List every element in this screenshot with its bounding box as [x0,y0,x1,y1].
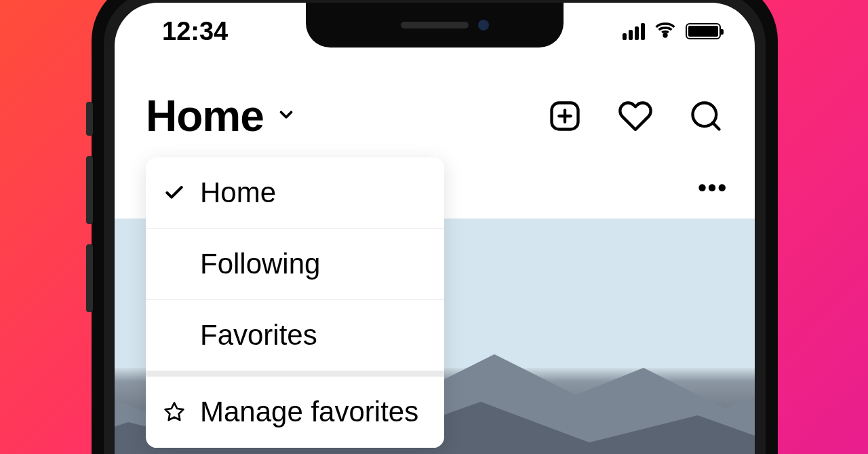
dropdown-item-label: Home [200,176,276,209]
cellular-signal-icon [623,23,645,40]
wifi-icon [654,19,676,43]
dropdown-item-label: Manage favorites [200,396,418,428]
dropdown-item-following[interactable]: Following [146,229,444,300]
feed-selector-dropdown: Home Following Favorites [146,157,444,448]
dropdown-item-favorites[interactable]: Favorites [146,300,444,371]
phone-volume-up [86,156,93,224]
phone-frame: 12:34 [92,0,778,454]
phone-camera [478,20,489,31]
post-more-button[interactable]: ••• [698,174,728,202]
activity-button[interactable] [618,98,653,134]
svg-marker-6 [165,403,184,420]
app-header: Home [115,91,755,161]
phone-screen: 12:34 [115,3,755,454]
battery-icon [686,23,721,39]
chevron-down-icon [276,105,296,128]
status-icons [623,19,721,43]
page-title: Home [146,91,264,141]
status-time: 12:34 [162,17,228,46]
phone-notch [306,3,564,48]
check-icon [162,182,186,204]
phone-mute-switch [86,102,93,136]
svg-line-5 [713,123,719,129]
dropdown-item-manage-favorites[interactable]: Manage favorites [146,371,444,448]
dropdown-item-label: Following [200,248,320,280]
phone-volume-down [86,244,93,312]
phone-speaker [401,22,469,29]
star-icon [162,401,186,423]
dropdown-item-label: Favorites [200,319,317,352]
create-post-button[interactable] [547,98,583,134]
svg-point-0 [664,34,667,37]
search-button[interactable] [688,98,724,134]
dropdown-item-home[interactable]: Home [146,157,444,229]
feed-selector-button[interactable]: Home [146,91,296,141]
